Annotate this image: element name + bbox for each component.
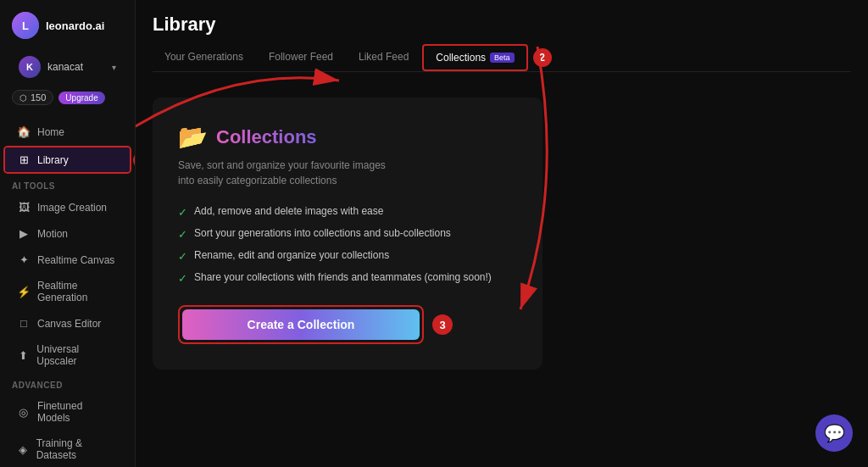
motion-icon: ▶	[17, 227, 31, 240]
sidebar-item-realtime-generation[interactable]: ⚡ Realtime Generation	[5, 274, 130, 309]
chevron-down-icon: ▾	[112, 63, 116, 72]
token-badge: ⬡ 150	[12, 90, 53, 105]
sidebar-item-label: Motion	[37, 228, 68, 240]
sidebar-item-training-datasets[interactable]: ◈ Training & Datasets	[5, 431, 130, 467]
feature-item: ✓ Rename, edit and organize your collect…	[178, 249, 517, 263]
realtime-generation-icon: ⚡	[17, 286, 31, 298]
beta-badge: Beta	[490, 53, 515, 63]
page-title: Library	[153, 14, 851, 36]
tab-your-generations[interactable]: Your Generations	[153, 44, 255, 71]
check-icon: ✓	[178, 272, 187, 285]
token-icon: ⬡	[19, 93, 27, 103]
user-avatar: K	[19, 56, 41, 78]
sidebar-item-label: Universal Upscaler	[36, 343, 118, 367]
check-icon: ✓	[178, 206, 187, 219]
advanced-label: Advanced	[0, 374, 135, 393]
svg-text:L: L	[22, 19, 29, 32]
upgrade-button[interactable]: Upgrade	[58, 92, 104, 104]
sidebar-item-label: Canvas Editor	[37, 318, 101, 330]
collections-title: Collections	[216, 126, 317, 148]
create-collection-button[interactable]: Create a Collection	[182, 309, 420, 340]
tokens-row: ⬡ 150 Upgrade	[0, 86, 135, 112]
check-icon: ✓	[178, 250, 187, 263]
user-name: kanacat	[47, 61, 105, 73]
user-menu[interactable]: K kanacat ▾	[7, 49, 128, 85]
logo-area: L leonardo.ai	[0, 0, 135, 47]
sidebar-item-library[interactable]: ⊞ Library	[5, 147, 130, 172]
feature-item: ✓ Share your collections with friends an…	[178, 271, 517, 285]
feature-list: ✓ Add, remove and delete images with eas…	[178, 205, 517, 285]
sidebar-item-finetuned-models[interactable]: ◎ Finetuned Models	[5, 394, 130, 430]
logo-avatar: L	[12, 12, 39, 39]
check-icon: ✓	[178, 228, 187, 241]
sidebar-item-image-creation[interactable]: 🖼 Image Creation	[5, 195, 130, 220]
tabs-bar: Your Generations Follower Feed Liked Fee…	[153, 44, 851, 72]
sidebar-item-label: Training & Datasets	[36, 437, 118, 461]
sidebar-item-label: Home	[37, 126, 64, 138]
tab-liked-feed[interactable]: Liked Feed	[347, 44, 420, 71]
collections-tab-label: Collections	[436, 52, 486, 64]
canvas-editor-icon: □	[17, 317, 31, 330]
training-datasets-icon: ◈	[17, 443, 30, 456]
collections-subtitle: Save, sort and organize your favourite i…	[178, 158, 517, 188]
chat-icon: 💬	[824, 423, 845, 443]
sidebar-item-label: Image Creation	[37, 202, 107, 214]
feature-item: ✓ Add, remove and delete images with eas…	[178, 205, 517, 219]
logo-text: leonardo.ai	[46, 19, 104, 32]
sidebar-item-realtime-canvas[interactable]: ✦ Realtime Canvas	[5, 247, 130, 272]
library-icon: ⊞	[17, 153, 31, 166]
collections-card: 📂 Collections Save, sort and organize yo…	[153, 97, 542, 370]
sidebar-item-home[interactable]: 🏠 Home	[5, 120, 130, 144]
chat-button[interactable]: 💬	[815, 414, 853, 452]
sidebar: L leonardo.ai K kanacat ▾ ⬡ 150 Upgrade …	[0, 0, 136, 467]
tab-collections[interactable]: Collections Beta	[422, 44, 527, 71]
sidebar-item-label: Library	[37, 154, 69, 166]
content-area: 📂 Collections Save, sort and organize yo…	[136, 72, 868, 467]
ai-tools-label: AI Tools	[0, 175, 135, 194]
universal-upscaler-icon: ⬆	[17, 349, 30, 362]
sidebar-item-label: Realtime Canvas	[37, 254, 114, 266]
sidebar-item-motion[interactable]: ▶ Motion	[5, 221, 130, 246]
annotation-circle-3: 3	[432, 314, 453, 335]
sidebar-item-canvas-editor[interactable]: □ Canvas Editor	[5, 311, 130, 336]
realtime-canvas-icon: ✦	[17, 253, 31, 266]
tab-follower-feed[interactable]: Follower Feed	[257, 44, 345, 71]
sidebar-item-label: Realtime Generation	[37, 280, 118, 303]
finetuned-models-icon: ◎	[17, 406, 31, 419]
image-creation-icon: 🖼	[17, 201, 31, 214]
collections-header: 📂 Collections	[178, 123, 517, 151]
create-button-wrapper: Create a Collection 3	[178, 305, 424, 344]
sidebar-item-universal-upscaler[interactable]: ⬆ Universal Upscaler	[5, 337, 130, 373]
home-icon: 🏠	[17, 125, 31, 138]
feature-item: ✓ Sort your generations into collections…	[178, 227, 517, 241]
token-count: 150	[31, 92, 46, 103]
folder-icon: 📂	[178, 123, 208, 151]
main-content: Library Your Generations Follower Feed L…	[136, 0, 868, 467]
header: Library Your Generations Follower Feed L…	[136, 0, 868, 72]
annotation-circle-2: 2	[533, 48, 552, 67]
sidebar-item-label: Finetuned Models	[37, 400, 118, 424]
